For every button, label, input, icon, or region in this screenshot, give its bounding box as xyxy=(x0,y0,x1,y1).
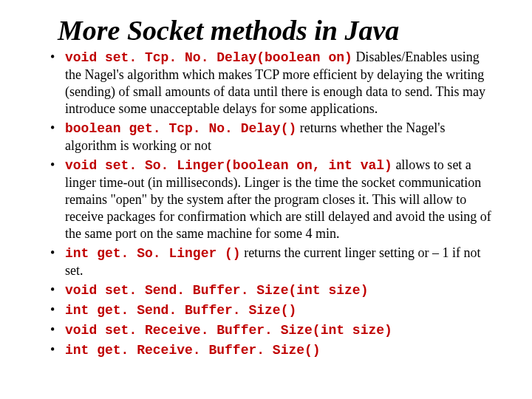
code-span: boolean get. Tcp. No. Delay() xyxy=(65,121,296,136)
slide-title: More Socket methods in Java xyxy=(58,16,502,46)
list-item: int get. Send. Buffer. Size() xyxy=(50,301,495,319)
list-item: void set. Send. Buffer. Size(int size) xyxy=(50,282,495,299)
code-span: void set. Receive. Buffer. Size(int size… xyxy=(65,323,392,338)
code-span: int get. Send. Buffer. Size() xyxy=(65,303,296,318)
list-item: void set. So. Linger(boolean on, int val… xyxy=(50,157,495,242)
list-item: int get. So. Linger () returns the curre… xyxy=(50,245,495,279)
bullet-list: void set. Tcp. No. Delay(boolean on) Dis… xyxy=(30,49,502,360)
code-span: int get. Receive. Buffer. Size() xyxy=(65,343,321,358)
list-item: void set. Tcp. No. Delay(boolean on) Dis… xyxy=(50,49,495,117)
slide: More Socket methods in Java void set. Tc… xyxy=(0,0,532,399)
list-item: int get. Receive. Buffer. Size() xyxy=(50,341,495,359)
code-span: void set. So. Linger(boolean on, int val… xyxy=(65,158,392,173)
code-span: void set. Send. Buffer. Size(int size) xyxy=(65,283,368,298)
code-span: void set. Tcp. No. Delay(boolean on) xyxy=(65,50,352,65)
list-item: boolean get. Tcp. No. Delay() returns wh… xyxy=(50,120,495,154)
code-span: int get. So. Linger () xyxy=(65,246,241,261)
list-item: void set. Receive. Buffer. Size(int size… xyxy=(50,321,495,339)
